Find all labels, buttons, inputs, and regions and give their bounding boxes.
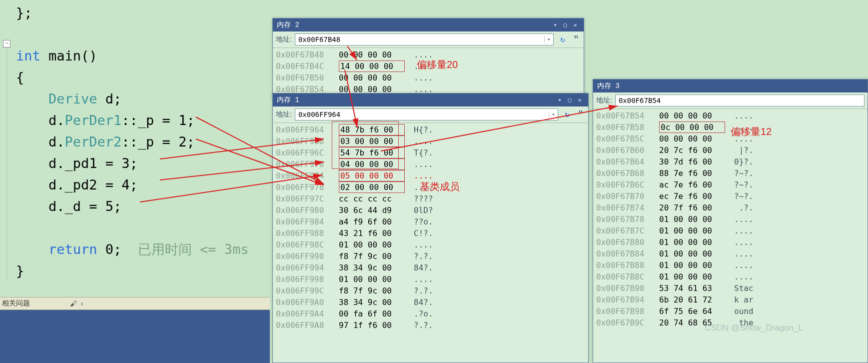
chevron-left-icon[interactable]: ‹: [81, 300, 83, 308]
address-input-mem3[interactable]: [616, 96, 864, 104]
memory-address: 0x00F67B68: [596, 168, 650, 179]
memory-ascii: ....: [734, 260, 754, 271]
memory-address: 0x00F67B90: [596, 282, 650, 294]
memory-3-titlebar[interactable]: 内存 3: [593, 80, 868, 92]
address-label: 地址:: [596, 96, 612, 105]
memory-hex: 01 00 00 00: [659, 260, 725, 271]
memory-ascii: .?.: [734, 202, 754, 214]
memory-address: 0x006FF9A8: [276, 320, 330, 331]
memory-address: 0x006FF9A4: [276, 308, 330, 320]
memory-row: 0x00F67B5C00 00 00 00....: [596, 133, 865, 144]
memory-address: 0x00F67B60: [596, 144, 650, 156]
memory-address: 0x006FF978: [276, 182, 330, 193]
memory-ascii: ??o.: [414, 216, 433, 228]
memory-ascii: ....: [734, 236, 754, 248]
code-line-d: d._d = 5;: [16, 198, 121, 214]
memory-ascii: ....: [734, 122, 754, 133]
keyword-int: int: [16, 48, 40, 64]
code-line-pd2p: d.PerDer2::_p = 2;: [0, 131, 270, 152]
brush-icon[interactable]: 🖌: [70, 300, 77, 308]
dropdown-icon[interactable]: ▾: [549, 112, 558, 118]
dropdown-icon[interactable]: ▾: [544, 36, 553, 42]
memory-address: 0x00F67B54: [596, 110, 650, 122]
memory-ascii: ?.?.: [414, 320, 433, 331]
memory-address: 0x006FF964: [276, 124, 330, 136]
close-icon[interactable]: ✕: [575, 96, 584, 104]
address-input-mem2[interactable]: [295, 36, 544, 44]
memory-3-rows: 0x00F67B5400 00 00 00....0x00F67B580c 00…: [593, 109, 868, 332]
memory-address: 0x00F67B98: [596, 306, 650, 317]
memory-hex: 6b 20 61 72: [659, 294, 725, 306]
maximize-icon[interactable]: ▢: [565, 96, 574, 104]
memory-ascii: ?~?.: [734, 168, 754, 179]
memory-ascii: ....: [414, 49, 433, 60]
code-line-pd1p: d.PerDer1::_p = 1;: [0, 110, 270, 131]
memory-row: 0x00F67B6020 7c f6 00 |?.: [596, 144, 865, 156]
memory-hex: 00 00 00 00: [659, 110, 725, 122]
memory-address: 0x006FF994: [276, 262, 330, 274]
memory-ascii: 84?.: [414, 296, 433, 308]
memory-3-title: 内存 3: [597, 82, 620, 90]
memory-2-titlebar[interactable]: 内存 2 ▾ ▢ ✕: [273, 18, 584, 32]
memory-address: 0x00F67B6C: [596, 179, 650, 190]
memory-1-titlebar[interactable]: 内存 1 ▾ ▢ ✕: [273, 94, 588, 106]
address-combo[interactable]: [615, 94, 865, 106]
memory-hex: f8 7f 9c 00: [339, 250, 405, 262]
maximize-icon[interactable]: ▢: [561, 20, 570, 30]
memory-address: 0x00F67B78: [596, 214, 650, 225]
memory-row: 0x00F67B946b 20 61 72k ar: [596, 294, 865, 306]
refresh-icon[interactable]: ↻: [561, 108, 573, 120]
memory-ascii: ....: [414, 239, 433, 250]
memory-ascii: k ar: [734, 294, 754, 306]
code-line-derive: Derive d;: [0, 88, 270, 110]
memory-2-title: 内存 2: [277, 20, 299, 30]
memory-row: 0x00F67B9C20 74 68 65 the: [596, 317, 865, 328]
refresh-icon[interactable]: ↻: [557, 34, 569, 46]
memory-hex: 43 21 f6 00: [339, 228, 405, 239]
memory-ascii: 0lD?: [414, 204, 433, 216]
memory-row: 0x006FF96C54 7b f6 00T{?.: [276, 147, 585, 158]
address-label: 地址:: [276, 35, 292, 44]
address-combo[interactable]: ▾: [295, 108, 558, 120]
memory-ascii: ....: [734, 214, 754, 225]
memory-row: 0x00F67B8C01 00 00 00....: [596, 271, 865, 282]
memory-hex: 20 74 68 65: [659, 317, 725, 328]
memory-ascii: ????: [414, 193, 433, 204]
memory-1-title: 内存 1: [277, 96, 299, 104]
memory-ascii: ....: [734, 110, 754, 122]
memory-hex: 20 7f f6 00: [659, 202, 725, 214]
memory-hex: 38 34 9c 00: [339, 296, 405, 308]
address-input-mem1[interactable]: [295, 110, 549, 118]
memory-hex: 38 34 9c 00: [339, 262, 405, 274]
close-icon[interactable]: ✕: [571, 20, 580, 30]
dropdown-icon[interactable]: ▾: [555, 96, 564, 104]
memory-hex: 53 74 61 63: [659, 282, 725, 294]
memory-ascii: ....: [734, 271, 754, 282]
memory-hex: 30 6c 44 d9: [339, 204, 405, 216]
quote-icon: ": [576, 110, 585, 120]
memory-hex: 14 00 00 00: [339, 60, 405, 72]
memory-address: 0x00F67B88: [596, 260, 650, 271]
memory-row: 0x006FF99Cf8 7f 9c 00?.?.: [276, 285, 585, 296]
address-combo[interactable]: ▾: [295, 34, 554, 46]
dropdown-icon[interactable]: ▾: [551, 20, 560, 30]
quote-icon: ": [572, 34, 581, 44]
memory-ascii: the: [734, 317, 754, 328]
memory-address: 0x00F67B4C: [276, 60, 330, 72]
memory-address: 0x006FF9A0: [276, 296, 330, 308]
memory-ascii: ....: [414, 136, 433, 147]
memory-ascii: |?.: [734, 144, 754, 156]
memory-row: 0x006FF97004 00 00 00....: [276, 158, 585, 170]
memory-row: 0x00F67B6430 7d f6 000}?.: [596, 156, 865, 168]
memory-hex: 00 00 00 00: [339, 49, 405, 60]
memory-row: 0x006FF97802 00 00 00....: [276, 182, 585, 193]
memory-ascii: ....: [734, 133, 754, 144]
memory-ascii: ....: [734, 225, 754, 236]
issues-bar[interactable]: 相关问题 🖌 ‹: [0, 297, 270, 310]
memory-row: 0x00F67B7420 7f f6 00 .?.: [596, 202, 865, 214]
code-line-pd1: d._pd1 = 3;: [16, 156, 138, 171]
type-derive: Derive: [16, 91, 97, 106]
memory-row: 0x00F67B5000 00 00 00....: [276, 72, 581, 84]
fold-toggle[interactable]: −: [3, 40, 10, 48]
memory-address: 0x00F67B64: [596, 156, 650, 168]
